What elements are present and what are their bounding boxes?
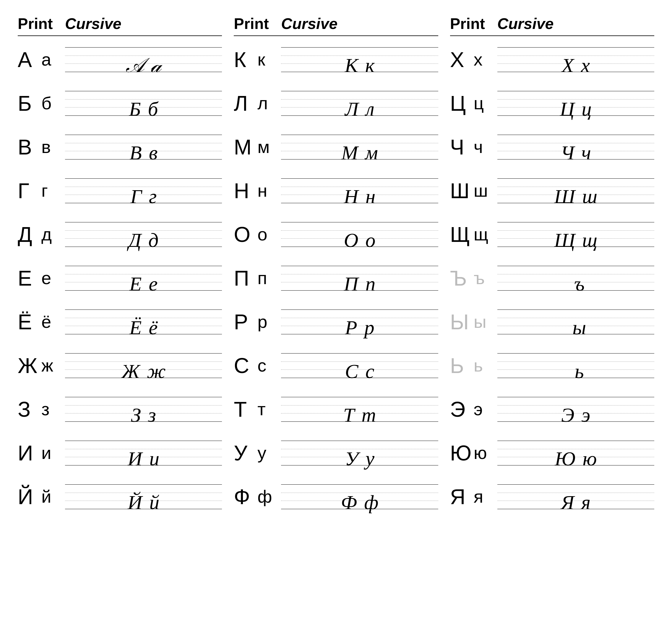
print-lower-10: я <box>474 488 497 506</box>
column-3: PrintCursiveХхХхЦцЦцЧчЧчШшШшЩщЩщЪъъЫыыЬь… <box>450 12 654 523</box>
cursive-upper-7: Ж <box>121 361 140 381</box>
cursive-upper-0: К <box>345 55 358 75</box>
cursive-lower-9: у <box>365 449 375 469</box>
print-upper-4: О <box>234 224 257 245</box>
cursive-letters-2: Чч <box>500 131 652 163</box>
print-lower-7: ь <box>474 357 497 375</box>
print-upper-1: Ц <box>450 93 474 114</box>
col3-cursive-header: Cursive <box>497 15 654 32</box>
cursive-upper-0: 𝒜 <box>126 55 143 75</box>
print-upper-3: Ш <box>450 180 474 201</box>
cursive-upper-1: Ц <box>560 99 575 119</box>
print-lower-2: м <box>257 138 281 156</box>
cursive-letters-9: Ии <box>67 437 220 469</box>
cursive-box-2: Мм <box>281 131 438 163</box>
cursive-box-4: Оо <box>281 218 438 251</box>
cursive-lower-6: ы <box>572 318 586 337</box>
cursive-lower-1: л <box>365 99 375 119</box>
cursive-letters-5: Ее <box>67 262 220 295</box>
print-upper-10: Я <box>450 486 474 507</box>
cursive-upper-9: И <box>128 449 142 469</box>
cursive-box-6: ы <box>497 306 654 338</box>
col1-print-header: Print <box>18 15 41 32</box>
letter-row-З: ЗзЗз <box>18 392 222 427</box>
print-upper-4: Щ <box>450 224 474 245</box>
cursive-letters-5: Пп <box>283 262 436 295</box>
print-upper-9: И <box>18 443 41 464</box>
letter-row-Э: ЭэЭэ <box>450 392 654 427</box>
cursive-letters-9: Юю <box>500 437 652 469</box>
cursive-lower-5: п <box>365 274 376 294</box>
cursive-letters-8: Зз <box>67 393 220 426</box>
cursive-lower-3: ш <box>582 186 597 206</box>
print-lower-3: ш <box>474 182 497 200</box>
cursive-box-2: Вв <box>65 131 222 163</box>
cursive-upper-8: З <box>131 405 141 425</box>
cursive-box-7: Сс <box>281 349 438 382</box>
print-lower-1: ц <box>474 95 497 112</box>
cursive-box-3: Гг <box>65 175 222 207</box>
cursive-upper-6: Р <box>345 318 357 337</box>
cursive-letters-10: Фф <box>283 480 436 513</box>
cursive-letters-4: Оо <box>283 218 436 251</box>
print-lower-7: ж <box>41 357 65 375</box>
letter-row-Ц: ЦцЦц <box>450 86 654 121</box>
cursive-lower-1: ц <box>581 99 592 119</box>
cursive-letters-2: Мм <box>283 131 436 163</box>
print-upper-7: С <box>234 355 257 376</box>
letter-row-И: ИиИи <box>18 435 222 471</box>
cursive-upper-4: О <box>344 230 358 250</box>
print-upper-0: А <box>18 49 41 70</box>
letter-row-Ы: Ыыы <box>450 304 654 340</box>
letter-row-М: МмМм <box>234 129 438 165</box>
print-lower-5: е <box>41 269 65 287</box>
print-lower-6: ы <box>474 313 497 331</box>
cursive-letters-2: Вв <box>67 131 220 163</box>
col3-print-header: Print <box>450 15 474 32</box>
cursive-box-9: Юю <box>497 437 654 469</box>
print-lower-6: р <box>257 313 281 331</box>
print-upper-5: Е <box>18 268 41 289</box>
cursive-upper-1: Л <box>345 99 358 119</box>
cursive-lower-9: ю <box>582 449 597 469</box>
print-lower-10: ф <box>257 488 281 506</box>
letter-row-Ф: ФфФф <box>234 479 438 515</box>
print-lower-1: б <box>41 95 65 112</box>
print-upper-8: Э <box>450 399 474 420</box>
print-upper-3: Г <box>18 180 41 201</box>
print-lower-3: н <box>257 182 281 200</box>
print-lower-4: д <box>41 226 65 243</box>
cursive-box-3: Шш <box>497 175 654 207</box>
cursive-letters-1: Цц <box>500 87 652 120</box>
print-upper-4: Д <box>18 224 41 245</box>
cursive-upper-0: Х <box>561 55 574 75</box>
cursive-letters-8: Тт <box>283 393 436 426</box>
cursive-box-0: Кк <box>281 44 438 76</box>
cursive-lower-7: с <box>365 361 375 381</box>
cursive-lower-0: 𝒶 <box>150 55 161 75</box>
print-upper-3: Н <box>234 180 257 201</box>
cursive-lower-2: ч <box>581 143 591 163</box>
cursive-letters-3: Гг <box>67 175 220 207</box>
print-upper-7: Ь <box>450 355 474 376</box>
cursive-upper-6: Ё <box>129 318 142 337</box>
cursive-upper-5: Е <box>129 274 142 294</box>
cursive-upper-10: Ф <box>341 492 357 512</box>
print-upper-6: Р <box>234 311 257 332</box>
cursive-upper-1: Б <box>129 99 141 119</box>
letter-row-Ш: ШшШш <box>450 173 654 208</box>
cursive-letters-6: Рр <box>283 306 436 338</box>
cursive-letters-6: ы <box>500 306 652 338</box>
col2-print-header: Print <box>234 15 257 32</box>
cursive-box-8: Тт <box>281 393 438 426</box>
cursive-upper-4: Щ <box>554 230 575 250</box>
print-lower-1: л <box>257 95 281 112</box>
cursive-box-8: Ээ <box>497 393 654 426</box>
cursive-upper-4: Д <box>128 230 141 250</box>
cursive-upper-9: У <box>345 449 358 469</box>
cursive-upper-9: Ю <box>555 449 575 469</box>
cursive-box-1: Лл <box>281 87 438 120</box>
cursive-letters-7: Сс <box>283 349 436 382</box>
column-2: PrintCursiveКкКкЛлЛлМмМмНнНнОоОоПпПпРрРр… <box>234 12 438 523</box>
print-upper-8: Т <box>234 399 257 420</box>
